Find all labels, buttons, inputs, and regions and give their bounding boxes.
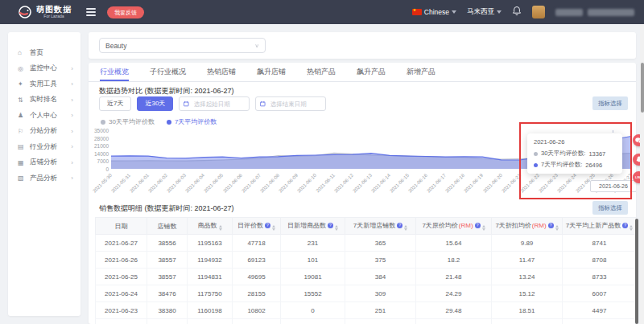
tab[interactable]: 子行业概况 [150,63,186,81]
sidebar-item[interactable]: ⌂首页 [8,45,80,61]
column-label: 7天折扣均价 [495,222,530,229]
column-unit: (RM) [459,222,473,229]
legend-dot-icon [101,120,105,125]
sidebar-item[interactable]: ▤行业分析› [8,139,80,155]
column-header[interactable]: 7天折扣均价(RM)? [492,218,563,235]
info-icon[interactable]: ? [548,223,554,228]
tab[interactable]: 飙升产品 [357,63,386,81]
tab[interactable]: 行业概览 [100,63,129,81]
sort-icon[interactable] [630,225,633,231]
home-icon: ⌂ [18,49,26,56]
tooltip-date: 2021-06-26 [534,138,616,146]
sort-icon[interactable] [272,225,275,231]
table-cell: 15.12 [492,285,563,302]
chevron-right-icon: › [71,143,73,150]
sort-icon[interactable] [335,225,338,231]
sidebar-item-label: 个人中心 [30,111,71,121]
start-date-input[interactable] [179,96,250,111]
sidebar-item[interactable]: ⚐分站分析› [8,124,80,140]
app-logo[interactable]: 萌图数据 For Lazada [18,5,72,19]
column-label: 日期 [115,223,128,230]
column-header[interactable]: 7天平均上新产品数? [563,218,637,235]
table-cell: 49695 [233,269,281,285]
table-cell: 4497 [563,302,637,319]
table-cell: 29.17 [416,319,492,324]
tooltip-series-dot [534,163,538,167]
table-cell: 15552 [281,285,345,302]
language-selector[interactable]: ★ Chinese [412,8,456,16]
legend-item[interactable]: 7天平均评价数 [167,117,217,126]
table-cell: 5720 [563,319,637,324]
info-icon[interactable]: ? [475,223,481,228]
trend-section-title: 数据趋势对比 (数据更新时间: 2021-06-27) [99,86,234,96]
column-label: 商品数 [198,222,217,229]
trend-metric-select-button[interactable]: 指标选择 [592,96,628,110]
calendar-icon [184,100,188,107]
table-cell: 6007 [563,285,637,302]
info-icon[interactable]: ? [397,223,402,228]
region-selector[interactable]: 马来西亚 [467,7,502,17]
tooltip-series-dot [534,152,538,156]
y-axis-tick: 28000 [89,136,109,141]
sidebar-item-label: 产品分析 [30,174,71,183]
chevron-right-icon: › [71,159,73,166]
china-flag-icon: ★ [412,9,422,15]
column-header[interactable]: 7天新增店铺数? [345,218,416,235]
info-icon[interactable]: ? [265,223,270,228]
info-icon[interactable]: ? [328,223,333,228]
table-cell: 8708 [563,252,637,269]
product-icon: ▧ [18,174,26,182]
table-cell: 2021-06-23 [96,302,147,319]
legend-item[interactable]: 30天平均评价数 [101,117,155,126]
main-panel: 行业概览子行业概况热销店铺飙升店铺热销产品飙升产品新增产品 数据趋势对比 (数据… [89,63,636,324]
sort-icon[interactable] [404,225,407,231]
info-icon[interactable]: ? [622,223,628,228]
table-cell: 18.51 [492,302,563,319]
column-header[interactable]: 日评价数? [233,218,281,235]
logo-subtitle: For Lazada [36,14,72,18]
sort-icon[interactable] [555,225,559,231]
feedback-button[interactable]: 我要反馈 [107,6,144,18]
sidebar-item[interactable]: ◎监控中心› [8,61,80,77]
sales-metric-select-button[interactable]: 指标选择 [592,201,628,215]
chart-tooltip: 2021-06-26 30天平均评价数:133677天平均评价数:26496 [527,133,622,174]
notification-bell-icon[interactable] [512,5,522,19]
end-date-input[interactable] [255,96,326,111]
tab[interactable]: 热销店铺 [207,63,236,81]
user-avatar[interactable] [532,6,545,18]
hamburger-menu-icon[interactable] [86,8,96,16]
page-scrollbar[interactable] [640,24,644,324]
table-cell: 28155 [233,285,281,302]
column-header: 店铺数 [147,218,188,235]
page-scrollbar-thumb[interactable] [641,63,644,113]
tooltip-series-value: 13367 [588,150,605,158]
sidebar-item[interactable]: ✦实用工具› [8,76,80,92]
legend-label: 30天平均评价数 [109,117,155,126]
legend-label: 7天平均评价数 [175,117,217,126]
sidebar-item[interactable]: ▧产品分析› [8,170,80,187]
range-button[interactable]: 近7天 [99,96,131,111]
tab[interactable]: 飙升店铺 [257,63,286,81]
category-card: Beauty ∨ [89,32,636,59]
sort-icon[interactable] [219,225,222,231]
tab[interactable]: 新增产品 [407,63,436,81]
column-header[interactable]: 日新增商品数? [281,218,345,235]
category-select[interactable]: Beauty ∨ [99,38,266,53]
tab[interactable]: 热销产品 [307,63,336,81]
sort-icon[interactable] [482,225,485,231]
range-button[interactable]: 近30天 [137,96,173,111]
column-unit: (RM) [532,222,547,229]
chevron-right-icon: › [71,112,73,119]
column-header[interactable]: 商品数 [188,218,233,235]
table-scrollbar-thumb[interactable] [635,219,638,324]
sidebar-item[interactable]: ▦店铺分析› [8,155,80,171]
table-cell: 365 [345,235,416,252]
table-cell: 38556 [147,235,188,252]
sidebar-item[interactable]: ⇅实时排名› [8,92,80,109]
sidebar-item[interactable]: ♟个人中心› [8,108,80,124]
legend-dot-icon [167,120,171,125]
table-cell: 24.29 [416,285,492,302]
sidebar-item-label: 实用工具 [30,80,71,89]
column-header[interactable]: 7天原价均价(RM)? [416,218,492,235]
sidebar-item-label: 行业分析 [30,142,71,152]
